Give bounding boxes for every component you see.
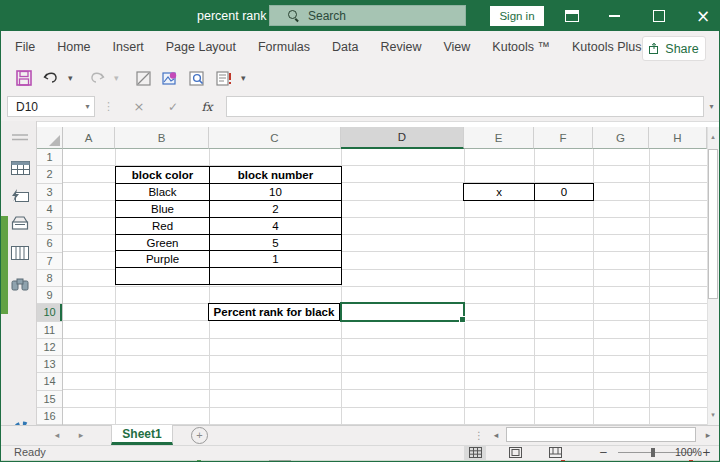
row-header-13[interactable]: 13 bbox=[37, 356, 62, 373]
cell-B3[interactable]: Black bbox=[116, 183, 210, 200]
menu-tab-home[interactable]: Home bbox=[46, 31, 101, 63]
menu-tab-file[interactable]: File bbox=[4, 31, 46, 63]
undo-button[interactable] bbox=[41, 67, 61, 89]
redo-button[interactable] bbox=[87, 67, 107, 89]
zoom-slider-handle[interactable] bbox=[651, 448, 655, 457]
cell-B6[interactable]: Green bbox=[116, 234, 210, 251]
row-header-5[interactable]: 5 bbox=[37, 218, 62, 235]
cell-E3[interactable]: x bbox=[464, 184, 535, 201]
cell-C7[interactable]: 1 bbox=[210, 251, 342, 268]
spelling-check-button[interactable] bbox=[214, 67, 234, 89]
formula-input[interactable] bbox=[226, 96, 704, 117]
horizontal-scroll-thumb[interactable] bbox=[506, 427, 696, 442]
cell-F3[interactable]: 0 bbox=[535, 184, 594, 201]
column-header-H[interactable]: H bbox=[649, 127, 707, 149]
row-header-14[interactable]: 14 bbox=[37, 373, 62, 390]
row-header-10[interactable]: 10 bbox=[37, 304, 62, 321]
menu-tab-data[interactable]: Data bbox=[321, 31, 369, 63]
ribbon-display-options-button[interactable] bbox=[557, 1, 587, 31]
cell-C6[interactable]: 5 bbox=[210, 234, 342, 251]
cell-C4[interactable]: 2 bbox=[210, 200, 342, 217]
row-header-9[interactable]: 9 bbox=[37, 287, 62, 304]
row-header-11[interactable]: 11 bbox=[37, 322, 62, 339]
menu-tab-page-layout[interactable]: Page Layout bbox=[155, 31, 247, 63]
cell-C10[interactable]: Percent rank for black bbox=[208, 303, 340, 321]
qat-customize-chevron[interactable]: ▾ bbox=[241, 73, 253, 83]
scroll-up-button[interactable]: ▴ bbox=[707, 127, 719, 147]
menu-tab-review[interactable]: Review bbox=[369, 31, 432, 63]
cell-B8[interactable] bbox=[116, 268, 210, 285]
selected-cell-D10[interactable] bbox=[340, 302, 465, 322]
scroll-down-button[interactable]: ▾ bbox=[707, 405, 719, 425]
sheet-nav-right-button[interactable]: ▸ bbox=[73, 425, 89, 445]
borders-button[interactable] bbox=[133, 67, 153, 89]
row-header-2[interactable]: 2 bbox=[37, 166, 62, 183]
clipboard-pane-icon[interactable] bbox=[10, 214, 30, 232]
menu-tab-kutools-plus[interactable]: Kutools Plus bbox=[561, 31, 652, 63]
save-button[interactable] bbox=[14, 67, 34, 89]
column-list-pane-icon[interactable] bbox=[10, 244, 30, 262]
add-sheet-button[interactable]: + bbox=[191, 427, 208, 444]
row-header-1[interactable]: 1 bbox=[37, 149, 62, 166]
formula-bar-separator-dots[interactable]: ⋮ bbox=[103, 96, 114, 117]
pane-collapse-handle[interactable]: ◂ bbox=[1, 216, 8, 314]
column-header-B[interactable]: B bbox=[115, 127, 209, 149]
enter-button[interactable]: ✓ bbox=[163, 96, 183, 117]
sheet-nav-left-button[interactable]: ◂ bbox=[49, 425, 65, 445]
row-header-6[interactable]: 6 bbox=[37, 235, 62, 252]
cell-C8[interactable] bbox=[210, 268, 342, 285]
workbook-pane-icon[interactable] bbox=[10, 159, 30, 177]
undo-dropdown-chevron[interactable]: ▾ bbox=[68, 73, 80, 83]
menu-tab-kutools[interactable]: Kutools ™ bbox=[481, 31, 561, 63]
column-header-E[interactable]: E bbox=[464, 127, 534, 149]
share-button[interactable]: Share bbox=[642, 36, 706, 61]
h-scroll-left-button[interactable]: ◂ bbox=[489, 425, 503, 445]
column-header-D[interactable]: D bbox=[341, 127, 464, 149]
cancel-button[interactable]: × bbox=[129, 96, 149, 117]
name-box-dropdown[interactable]: ▾ bbox=[80, 96, 95, 117]
cell-B7[interactable]: Purple bbox=[116, 251, 210, 268]
menu-tab-view[interactable]: View bbox=[432, 31, 481, 63]
column-header-C[interactable]: C bbox=[209, 127, 341, 149]
insert-picture-button[interactable] bbox=[160, 67, 180, 89]
column-header-G[interactable]: G bbox=[593, 127, 649, 149]
nav-pane-menu-icon[interactable] bbox=[10, 128, 30, 146]
sheet-tab-sheet1[interactable]: Sheet1 bbox=[111, 425, 173, 445]
row-header-12[interactable]: 12 bbox=[37, 339, 62, 356]
cell-C2[interactable]: block number bbox=[210, 167, 342, 184]
zoom-in-button[interactable]: + bbox=[702, 445, 711, 460]
menu-tab-formulas[interactable]: Formulas bbox=[247, 31, 321, 63]
row-header-15[interactable]: 15 bbox=[37, 391, 62, 408]
print-preview-button[interactable] bbox=[187, 67, 207, 89]
cell-C5[interactable]: 4 bbox=[210, 217, 342, 234]
fill-handle[interactable] bbox=[459, 316, 466, 323]
row-header-16[interactable]: 16 bbox=[37, 408, 62, 425]
menu-tab-insert[interactable]: Insert bbox=[102, 31, 155, 63]
row-header-3[interactable]: 3 bbox=[37, 184, 62, 201]
cell-C3[interactable]: 10 bbox=[210, 183, 342, 200]
page-break-view-button[interactable] bbox=[544, 445, 566, 460]
column-header-F[interactable]: F bbox=[534, 127, 593, 149]
minimize-button[interactable] bbox=[599, 1, 629, 31]
row-header-8[interactable]: 8 bbox=[37, 270, 62, 287]
normal-view-button[interactable] bbox=[464, 445, 486, 460]
formula-bar-expand-chevron[interactable]: ▾ bbox=[705, 96, 718, 117]
vertical-scroll-thumb[interactable] bbox=[708, 149, 718, 299]
cell-B4[interactable]: Blue bbox=[116, 200, 210, 217]
page-layout-view-button[interactable] bbox=[504, 445, 526, 460]
cell-B2[interactable]: block color bbox=[116, 167, 210, 184]
cell-B5[interactable]: Red bbox=[116, 217, 210, 234]
row-header-7[interactable]: 7 bbox=[37, 253, 62, 270]
row-header-4[interactable]: 4 bbox=[37, 201, 62, 218]
autotext-pane-icon[interactable] bbox=[10, 187, 30, 205]
select-all-button[interactable] bbox=[37, 127, 63, 149]
h-scroll-right-button[interactable]: ▸ bbox=[701, 425, 715, 445]
insert-function-button[interactable]: fx bbox=[197, 96, 217, 117]
find-pane-icon[interactable] bbox=[10, 275, 30, 293]
sign-in-button[interactable]: Sign in bbox=[490, 6, 544, 26]
tab-bar-separator-dots[interactable]: ⋮ bbox=[474, 425, 484, 445]
column-header-A[interactable]: A bbox=[63, 127, 115, 149]
close-button[interactable]: × bbox=[688, 1, 718, 31]
search-input[interactable]: Search bbox=[269, 5, 466, 26]
maximize-button[interactable] bbox=[644, 1, 674, 31]
